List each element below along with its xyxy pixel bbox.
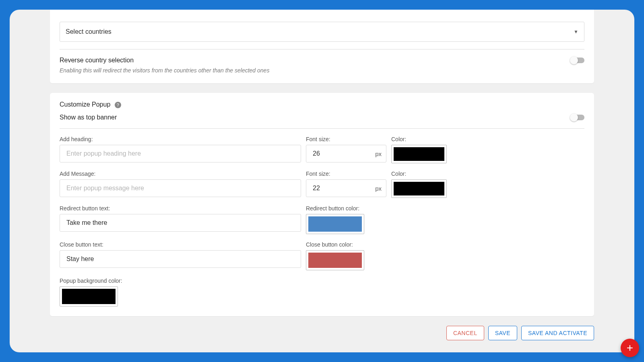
country-card: Select countries ▼ Reverse country selec… bbox=[50, 10, 594, 83]
close-color-label: Close button color: bbox=[306, 241, 386, 248]
fab-add-button[interactable]: + bbox=[621, 339, 639, 357]
redirect-color-picker[interactable] bbox=[306, 214, 364, 234]
close-color-picker[interactable] bbox=[306, 250, 364, 270]
cancel-button[interactable]: CANCEL bbox=[446, 326, 484, 340]
popup-bg-swatch bbox=[62, 289, 116, 304]
message-input[interactable] bbox=[60, 179, 301, 197]
reverse-title: Reverse country selection bbox=[60, 57, 134, 64]
heading-color-swatch bbox=[394, 147, 444, 161]
country-select[interactable]: Select countries ▼ bbox=[60, 22, 584, 42]
topbanner-label: Show as top banner bbox=[60, 114, 117, 121]
topbanner-row: Show as top banner bbox=[60, 114, 584, 121]
heading-font-input[interactable] bbox=[306, 145, 386, 162]
redirect-color-swatch bbox=[308, 216, 362, 232]
customize-card: Customize Popup ? Show as top banner Add… bbox=[50, 93, 594, 316]
close-text-input[interactable] bbox=[60, 250, 301, 268]
px-suffix: px bbox=[375, 145, 382, 162]
plus-icon: + bbox=[627, 341, 633, 354]
message-color-picker[interactable] bbox=[391, 179, 447, 198]
px-suffix: px bbox=[375, 179, 382, 197]
divider bbox=[60, 128, 584, 129]
redirect-text-input[interactable] bbox=[60, 214, 301, 232]
heading-input[interactable] bbox=[60, 145, 301, 162]
redirect-color-label: Redirect button color: bbox=[306, 205, 386, 212]
heading-font-label: Font size: bbox=[306, 136, 386, 142]
help-icon[interactable]: ? bbox=[115, 102, 121, 108]
redirect-text-label: Redirect button text: bbox=[60, 205, 301, 212]
close-color-swatch bbox=[308, 253, 362, 268]
popup-bg-label: Popup background color: bbox=[60, 278, 584, 284]
heading-color-label: Color: bbox=[391, 136, 456, 142]
save-activate-button[interactable]: SAVE AND ACTIVATE bbox=[521, 326, 594, 340]
reverse-toggle[interactable] bbox=[572, 58, 584, 63]
chevron-down-icon: ▼ bbox=[574, 29, 578, 35]
reverse-row: Reverse country selection bbox=[60, 57, 584, 64]
divider bbox=[60, 49, 584, 49]
close-text-label: Close button text: bbox=[60, 241, 301, 248]
heading-color-picker[interactable] bbox=[391, 145, 447, 163]
message-font-label: Font size: bbox=[306, 171, 386, 177]
footer-buttons: CANCEL SAVE SAVE AND ACTIVATE bbox=[50, 326, 594, 340]
country-select-placeholder: Select countries bbox=[66, 28, 111, 35]
message-label: Add Message: bbox=[60, 171, 301, 177]
save-button[interactable]: SAVE bbox=[488, 326, 517, 340]
reverse-hint: Enabling this will redirect the visitors… bbox=[60, 67, 584, 74]
topbanner-toggle[interactable] bbox=[572, 115, 584, 120]
message-color-swatch bbox=[394, 182, 444, 195]
message-font-input[interactable] bbox=[306, 179, 386, 197]
popup-bg-picker[interactable] bbox=[60, 286, 118, 306]
customize-title: Customize Popup bbox=[60, 101, 110, 108]
message-color-label: Color: bbox=[391, 171, 456, 177]
heading-label: Add heading: bbox=[60, 136, 301, 142]
